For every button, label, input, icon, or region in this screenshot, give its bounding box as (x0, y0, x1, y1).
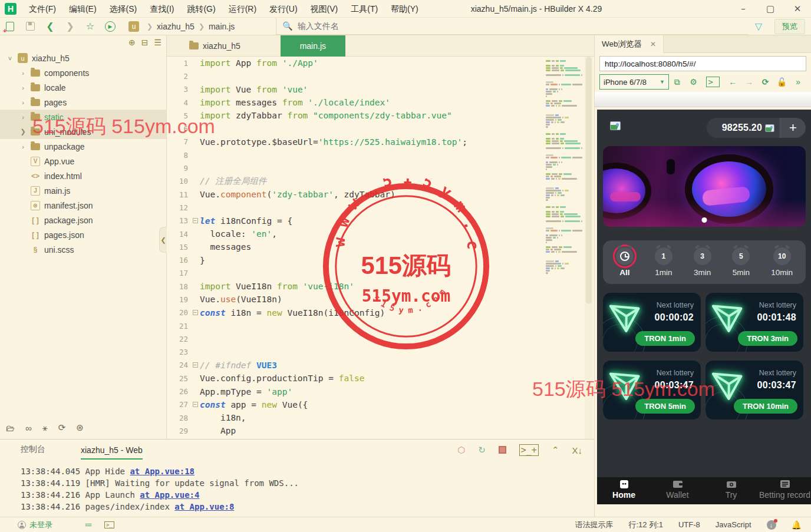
terminal-icon[interactable]: >_ (104, 521, 114, 528)
device-selector[interactable]: iPhone 6/7/8 ▼ (599, 74, 669, 90)
nav-wallet[interactable]: Wallet (651, 477, 704, 504)
menu-item[interactable]: 文件(F) (22, 0, 62, 18)
refresh-icon[interactable]: ⟳ (757, 77, 774, 87)
menu-item[interactable]: 运行(R) (222, 0, 263, 18)
expand-arrow-icon[interactable]: › (19, 143, 27, 150)
fold-marker-icon[interactable]: – (190, 362, 200, 368)
encoding-label[interactable]: UTF-8 (678, 520, 700, 529)
nav-betting-record[interactable]: Betting record (758, 477, 811, 504)
devtools-icon[interactable]: >_ (706, 77, 720, 87)
lottery-card-tron-3min[interactable]: Next lottery00:01:48TRON 3min (705, 293, 803, 352)
open-terminal-icon[interactable]: >_+ (519, 444, 539, 456)
lock-icon[interactable]: 🔓 (774, 77, 790, 87)
outline-icon[interactable]: ≔ (85, 520, 93, 529)
address-bar[interactable] (599, 56, 806, 71)
filter-tab-1min[interactable]: 11min (655, 247, 672, 277)
tree-item-locale[interactable]: ›locale (0, 80, 166, 95)
menu-item[interactable]: 查找(I) (143, 0, 180, 18)
filter-icon[interactable]: ▽ (749, 19, 769, 34)
fold-marker-icon[interactable]: – (190, 310, 200, 315)
log-source-link[interactable]: at App.vue:18 (130, 467, 194, 476)
run-icon[interactable]: ▶ (100, 19, 120, 34)
stop-icon[interactable] (499, 445, 506, 455)
expand-arrow-icon[interactable]: › (19, 99, 27, 106)
add-funds-button[interactable]: + (780, 118, 806, 138)
editor-scrollbar[interactable] (585, 57, 593, 439)
update-icon[interactable]: ↓ (767, 520, 776, 530)
filter-tab-10min[interactable]: 1010min (771, 247, 793, 277)
new-file-icon[interactable]: + (0, 19, 20, 34)
tree-item-pages-json[interactable]: [ ]pages.json (0, 227, 166, 242)
open-external-icon[interactable]: ⧉ (669, 77, 685, 87)
lottery-card-tron-5min[interactable]: Next lottery00:03:47TRON 5min (603, 361, 701, 419)
lottery-card-tron-1min[interactable]: Next lottery00:00:02TRON 1min (603, 293, 701, 352)
syntax-lib-label[interactable]: 语法提示库 (575, 520, 613, 530)
nav-home[interactable]: Home (597, 477, 651, 504)
restart-icon[interactable]: ↻ (478, 445, 486, 455)
menu-item[interactable]: 编辑(E) (62, 0, 103, 18)
menu-item[interactable]: 发行(U) (263, 0, 304, 18)
menu-item[interactable]: 选择(S) (103, 0, 144, 18)
settings-gear-icon[interactable]: ⚙ (685, 77, 702, 87)
lottery-card-tron-10min[interactable]: Next lottery00:03:47TRON 10min (705, 361, 803, 419)
expand-arrow-icon[interactable]: ˅ (6, 55, 14, 62)
minimap[interactable] (546, 59, 581, 436)
tree-item-package-json[interactable]: [ ]package.json (0, 213, 166, 227)
menu-item[interactable]: 工具(T) (344, 0, 384, 18)
log-source-link[interactable]: at App.vue:4 (140, 490, 199, 500)
expand-arrow-icon[interactable]: › (19, 114, 27, 121)
tree-item-pages[interactable]: ›pages (0, 95, 166, 110)
tree-item-main-js[interactable]: Jmain.js (0, 183, 166, 198)
tree-item-static[interactable]: ›static (0, 110, 166, 124)
breadcrumb-project[interactable]: xiazhu_h5 (157, 22, 194, 31)
debug-panel-icon[interactable]: ⚹ (42, 422, 48, 433)
clear-log-icon[interactable]: X↓ (572, 445, 582, 455)
back-icon[interactable]: ❮ (40, 19, 60, 34)
minimize-button[interactable]: – (730, 0, 757, 18)
files-panel-icon[interactable]: 🗁 (6, 423, 15, 433)
tab-main-js[interactable]: main.js (281, 35, 345, 57)
expand-arrow-icon[interactable]: › (19, 84, 27, 91)
network-panel-icon[interactable]: ⊛ (76, 422, 84, 433)
star-icon[interactable]: ☆ (80, 19, 100, 34)
save-icon[interactable] (20, 19, 40, 34)
sync-panel-icon[interactable]: ⟳ (58, 422, 66, 433)
language-label[interactable]: JavaScript (716, 520, 751, 529)
collapse-panel-icon[interactable]: ⌃ (552, 445, 559, 455)
tab-run-web[interactable]: xiazhu_h5 - Web (81, 445, 143, 460)
fold-marker-icon[interactable]: – (190, 402, 200, 407)
debug-icon[interactable]: ⬡ (457, 445, 465, 455)
editor-breadcrumb[interactable]: xiazhu_h5 (167, 41, 240, 51)
close-tab-icon[interactable]: ✕ (650, 40, 656, 48)
login-status[interactable]: 未登录 (18, 520, 52, 530)
filter-tab-5min[interactable]: 55min (732, 247, 750, 277)
tree-item-unpackage[interactable]: ›unpackage (0, 139, 166, 154)
menu-item[interactable]: 视图(V) (304, 0, 345, 18)
forward-icon[interactable]: ❯ (60, 19, 80, 34)
expand-arrow-icon[interactable]: ❯ (19, 128, 27, 136)
tree-item-components[interactable]: ›components (0, 65, 166, 80)
tab-web-browser[interactable]: Web浏览器 ✕ (595, 35, 664, 53)
tree-item-index-html[interactable]: <>index.html (0, 168, 166, 183)
file-search-input[interactable] (298, 21, 533, 31)
tree-item-uni-scss[interactable]: §uni.scss (0, 242, 166, 257)
expand-arrow-icon[interactable]: › (19, 70, 27, 77)
scrollbar-thumb[interactable] (586, 57, 592, 304)
tab-console[interactable]: 控制台 (21, 444, 45, 460)
locate-file-icon[interactable]: ⊕ (128, 38, 136, 47)
notification-bell-icon[interactable]: 🔔 (792, 520, 802, 530)
fold-marker-icon[interactable]: – (190, 218, 200, 223)
more-icon[interactable]: » (790, 77, 806, 87)
sidebar-collapse-handle[interactable]: ❮ (159, 227, 167, 253)
explorer-menu-icon[interactable]: ☰ (154, 38, 161, 47)
banner-carousel[interactable] (603, 146, 806, 227)
cursor-position[interactable]: 行:12 列:1 (628, 520, 663, 530)
tree-item-uni_modules[interactable]: ❯uni_modules (0, 124, 166, 139)
log-source-link[interactable]: at App.vue:8 (174, 502, 234, 511)
close-button[interactable]: ✕ (784, 0, 811, 18)
preview-button[interactable]: 预览 (774, 19, 805, 34)
collapse-all-icon[interactable]: ⊟ (141, 38, 149, 47)
devices-panel-icon[interactable]: ∞ (25, 423, 32, 433)
breadcrumb-file[interactable]: main.js (209, 22, 235, 31)
maximize-button[interactable]: ▢ (757, 0, 784, 18)
